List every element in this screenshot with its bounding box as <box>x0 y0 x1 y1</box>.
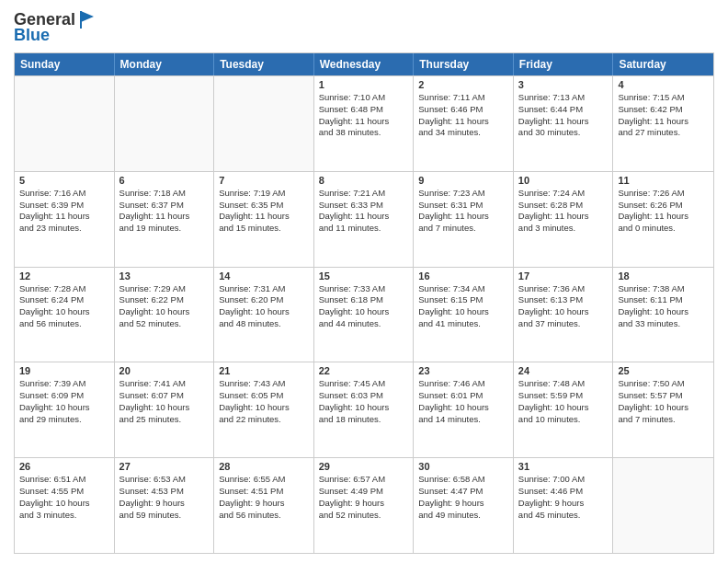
day-number: 21 <box>219 365 309 376</box>
cell-info-line: and 56 minutes. <box>219 510 309 522</box>
cell-info-line: Sunrise: 7:10 AM <box>319 92 409 104</box>
cell-info-line: Daylight: 10 hours <box>119 306 210 318</box>
calendar-row-4: 19Sunrise: 7:39 AMSunset: 6:09 PMDayligh… <box>15 362 713 457</box>
cell-info-line: Sunset: 4:46 PM <box>518 486 609 498</box>
cell-info-line: Sunset: 6:46 PM <box>418 104 508 116</box>
weekday-header-thursday: Thursday <box>414 53 514 75</box>
cell-info-line: Daylight: 10 hours <box>319 306 409 318</box>
calendar-cell: 17Sunrise: 7:36 AMSunset: 6:13 PMDayligh… <box>514 268 614 362</box>
day-number: 26 <box>19 461 109 472</box>
calendar-cell: 27Sunrise: 6:53 AMSunset: 4:53 PMDayligh… <box>115 458 215 553</box>
cell-info-line: Daylight: 10 hours <box>418 402 508 414</box>
svg-marker-0 <box>81 11 94 22</box>
cell-info-line: Sunrise: 7:18 AM <box>119 188 210 200</box>
cell-info-line: and 11 minutes. <box>319 223 409 235</box>
cell-info-line: and 15 minutes. <box>219 223 309 235</box>
calendar-cell: 31Sunrise: 7:00 AMSunset: 4:46 PMDayligh… <box>514 458 614 553</box>
day-number: 4 <box>618 79 709 90</box>
cell-info-line: and 3 minutes. <box>518 223 609 235</box>
cell-info-line: Daylight: 11 hours <box>119 211 210 223</box>
logo: General Blue <box>14 9 97 45</box>
cell-info-line: and 52 minutes. <box>119 318 210 330</box>
calendar-cell: 29Sunrise: 6:57 AMSunset: 4:49 PMDayligh… <box>314 458 415 553</box>
cell-info-line: Sunrise: 7:46 AM <box>418 378 508 390</box>
cell-info-line: Sunrise: 7:23 AM <box>418 188 508 200</box>
cell-info-line: and 44 minutes. <box>319 318 409 330</box>
cell-info-line: Sunrise: 7:36 AM <box>518 283 609 295</box>
calendar-cell: 15Sunrise: 7:33 AMSunset: 6:18 PMDayligh… <box>314 268 415 362</box>
cell-info-line: Sunrise: 7:34 AM <box>418 283 508 295</box>
cell-info-line: Daylight: 11 hours <box>319 116 409 128</box>
cell-info-line: Sunrise: 7:24 AM <box>518 188 609 200</box>
cell-info-line: Sunrise: 7:50 AM <box>618 378 709 390</box>
cell-info-line: Sunset: 6:20 PM <box>219 294 309 306</box>
cell-info-line: Sunrise: 6:57 AM <box>319 474 409 486</box>
cell-info-line: Sunset: 4:55 PM <box>19 486 109 498</box>
day-number: 20 <box>119 365 210 376</box>
calendar-cell: 7Sunrise: 7:19 AMSunset: 6:35 PMDaylight… <box>214 172 314 267</box>
day-number: 23 <box>418 365 508 376</box>
day-number: 18 <box>618 270 709 282</box>
cell-info-line: Sunrise: 6:58 AM <box>418 474 508 486</box>
day-number: 29 <box>319 461 409 472</box>
day-number: 28 <box>219 461 309 472</box>
cell-info-line: Sunrise: 7:48 AM <box>518 378 609 390</box>
cell-info-line: Daylight: 11 hours <box>418 211 508 223</box>
cell-info-line: Daylight: 9 hours <box>319 498 409 510</box>
cell-info-line: Sunset: 6:42 PM <box>618 104 709 116</box>
header: General Blue <box>14 9 714 45</box>
calendar-cell: 25Sunrise: 7:50 AMSunset: 5:57 PMDayligh… <box>613 362 713 457</box>
cell-info-line: Sunset: 6:24 PM <box>19 294 109 306</box>
cell-info-line: and 19 minutes. <box>119 223 210 235</box>
cell-info-line: Sunset: 6:33 PM <box>319 200 409 212</box>
cell-info-line: Sunrise: 7:11 AM <box>418 92 508 104</box>
cell-info-line: and 59 minutes. <box>119 510 210 522</box>
cell-info-line: Sunrise: 7:31 AM <box>219 283 309 295</box>
cell-info-line: Sunset: 6:35 PM <box>219 200 309 212</box>
day-number: 15 <box>319 270 409 282</box>
calendar-cell: 11Sunrise: 7:26 AMSunset: 6:26 PMDayligh… <box>613 172 713 267</box>
cell-info-line: and 23 minutes. <box>19 223 109 235</box>
weekday-header-saturday: Saturday <box>613 53 713 75</box>
calendar-cell: 4Sunrise: 7:15 AMSunset: 6:42 PMDaylight… <box>613 76 713 171</box>
cell-info-line: and 37 minutes. <box>518 318 609 330</box>
cell-info-line: Daylight: 10 hours <box>19 402 109 414</box>
calendar-header: SundayMondayTuesdayWednesdayThursdayFrid… <box>15 53 713 75</box>
day-number: 30 <box>418 461 508 472</box>
cell-info-line: Daylight: 10 hours <box>219 306 309 318</box>
calendar-cell: 30Sunrise: 6:58 AMSunset: 4:47 PMDayligh… <box>414 458 514 553</box>
cell-info-line: Sunset: 4:53 PM <box>119 486 210 498</box>
day-number: 1 <box>319 79 409 90</box>
calendar-cell: 9Sunrise: 7:23 AMSunset: 6:31 PMDaylight… <box>414 172 514 267</box>
cell-info-line: and 30 minutes. <box>518 127 609 139</box>
cell-info-line: Daylight: 11 hours <box>518 211 609 223</box>
day-number: 17 <box>518 270 609 282</box>
cell-info-line: and 7 minutes. <box>418 223 508 235</box>
cell-info-line: and 38 minutes. <box>319 127 409 139</box>
calendar-cell: 2Sunrise: 7:11 AMSunset: 6:46 PMDaylight… <box>414 76 514 171</box>
day-number: 27 <box>119 461 210 472</box>
day-number: 14 <box>219 270 309 282</box>
cell-info-line: Sunrise: 7:15 AM <box>618 92 709 104</box>
cell-info-line: Sunrise: 7:43 AM <box>219 378 309 390</box>
calendar-row-5: 26Sunrise: 6:51 AMSunset: 4:55 PMDayligh… <box>15 457 713 553</box>
calendar-row-2: 5Sunrise: 7:16 AMSunset: 6:39 PMDaylight… <box>15 171 713 267</box>
cell-info-line: Daylight: 10 hours <box>618 306 709 318</box>
calendar-row-3: 12Sunrise: 7:28 AMSunset: 6:24 PMDayligh… <box>15 267 713 362</box>
cell-info-line: Sunset: 6:48 PM <box>319 104 409 116</box>
cell-info-line: and 14 minutes. <box>418 414 508 426</box>
cell-info-line: and 7 minutes. <box>618 414 709 426</box>
day-number: 13 <box>119 270 210 282</box>
cell-info-line: Daylight: 10 hours <box>418 306 508 318</box>
cell-info-line: Sunset: 6:09 PM <box>19 390 109 402</box>
cell-info-line: Daylight: 10 hours <box>19 498 109 510</box>
cell-info-line: Sunset: 6:03 PM <box>319 390 409 402</box>
calendar-cell: 23Sunrise: 7:46 AMSunset: 6:01 PMDayligh… <box>414 362 514 457</box>
cell-info-line: Sunrise: 7:16 AM <box>19 188 109 200</box>
day-number: 31 <box>518 461 609 472</box>
cell-info-line: and 18 minutes. <box>319 414 409 426</box>
day-number: 25 <box>618 365 709 376</box>
cell-info-line: and 27 minutes. <box>618 127 709 139</box>
cell-info-line: Sunset: 5:59 PM <box>518 390 609 402</box>
day-number: 9 <box>418 175 508 186</box>
